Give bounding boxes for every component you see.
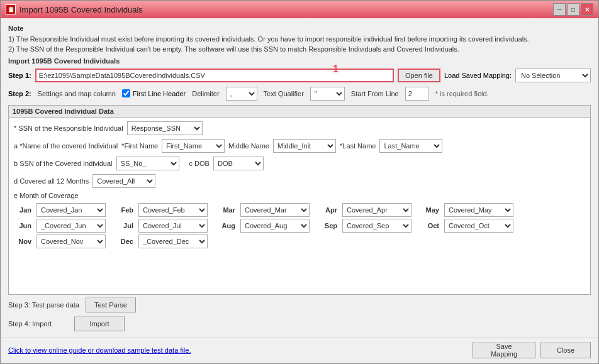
import-section-label: Import 1095B Covered Individuals [8,57,591,65]
ssn-responsible-row: * SSN of the Responsible Individual Resp… [14,121,585,135]
sep-label: Sep [320,222,337,229]
dob-select[interactable]: DOB [213,157,264,170]
month-row-1: Jan Covered_Jan Feb Covered_Feb Mar Cove… [14,203,585,217]
text-qualifier-select[interactable]: " [310,87,345,101]
oct-label: Oct [422,222,439,229]
open-file-button[interactable]: Open file [398,69,440,82]
month-grid: Jan Covered_Jan Feb Covered_Feb Mar Cove… [14,203,585,248]
month-row-2: Jun _Covered_Jun Jul Covered_Jul Aug Cov… [14,219,585,233]
first-line-header-label[interactable]: First Line Header [122,89,186,97]
close-window-button[interactable]: ✕ [581,3,593,16]
month-coverage-label: e Month of Coverage [14,192,79,199]
import-button[interactable]: Import [74,316,125,331]
month-row-3: Nov Covered_Nov Dec _Covered_Dec [14,234,585,248]
first-name-label: *First Name [121,142,158,150]
bottom-bar: Click to view online guide or download s… [1,339,598,363]
name-row: a *Name of the covered Individual *First… [14,139,585,153]
jul-label: Jul [116,222,133,229]
first-line-header-text: First Line Header [133,90,186,97]
delimiter-select[interactable]: , [226,87,257,101]
minimize-button[interactable]: ─ [553,3,566,16]
window-title: Import 1095B Covered Individuals [20,5,143,14]
covered-all-select[interactable]: Covered_All [92,174,155,188]
step4-label: Step 4: Import [8,320,52,328]
mar-select[interactable]: Covered_Mar [240,203,310,217]
step2-label: Step 2: [8,90,31,97]
first-line-header-checkbox[interactable] [122,89,130,97]
step1-number-marker: 1 [333,63,339,75]
oct-select[interactable]: Covered_Oct [444,219,513,233]
note-title: Note [8,23,591,34]
dob-label: c DOB [189,160,210,167]
save-mapping-button[interactable]: Save Mapping [473,342,535,358]
ssn-covered-select[interactable]: SS_No_ [116,157,179,170]
start-from-line-label: Start From Line [351,90,399,97]
nov-select[interactable]: Covered_Nov [36,234,106,248]
ssn-covered-row: b SSN of the Covered Individual SS_No_ c… [14,157,585,170]
data-panel-title: 1095B Covered Individual Data [9,106,590,118]
maximize-button[interactable]: □ [567,3,579,16]
jan-label: Jan [14,206,31,214]
ssn-responsible-select[interactable]: Response_SSN [127,121,203,135]
aug-select[interactable]: Covered_Aug [240,219,310,233]
delimiter-label: Delimiter [192,90,219,97]
may-select[interactable]: Covered_May [444,203,513,217]
bottom-divider [1,338,598,338]
jun-select[interactable]: _Covered_Jun [36,219,106,233]
covered-all-row: d Covered all 12 Months Covered_All [14,174,585,188]
main-content: Note 1) The Responsible Individual must … [1,18,598,336]
apr-label: Apr [320,206,337,214]
apr-select[interactable]: Covered_Apr [342,203,411,217]
note-line-2: 2) The SSN of the Responsible Individual… [8,44,591,55]
month-coverage-label-row: e Month of Coverage [14,192,585,199]
note-line-1: 1) The Responsible Individual must exist… [8,34,591,45]
ssn-responsible-label: * SSN of the Responsible Individual [14,124,123,132]
jul-select[interactable]: Covered_Jul [138,219,208,233]
main-window: 📋 Import 1095B Covered Individuals ─ □ ✕… [0,0,599,364]
online-guide-link[interactable]: Click to view online guide or download s… [8,346,191,354]
bottom-buttons: Save Mapping Close [473,342,591,358]
text-qualifier-label: Text Qualifier [264,90,304,97]
title-bar: 📋 Import 1095B Covered Individuals ─ □ ✕ [1,1,598,18]
dec-label: Dec [116,238,133,245]
feb-label: Feb [116,206,133,214]
data-panel: 1095B Covered Individual Data * SSN of t… [8,105,591,295]
file-path-input[interactable] [35,69,394,82]
feb-select[interactable]: Covered_Feb [138,203,208,217]
aug-label: Aug [218,222,235,229]
nov-label: Nov [14,238,31,245]
data-panel-content: * SSN of the Responsible Individual Resp… [9,118,590,295]
settings-label: Settings and map column [38,90,116,97]
middle-name-select[interactable]: Middle_Init [273,139,336,153]
ssn-covered-label: b SSN of the Covered Individual [14,160,113,167]
step1-row: Step 1: Open file Load Saved Mapping: No… [8,69,591,82]
step2-row: Step 2: Settings and map column First Li… [8,87,591,101]
middle-name-label: Middle Name [228,142,269,150]
test-parse-button[interactable]: Test Parse [86,297,136,312]
covered-name-label: a *Name of the covered Individual [14,142,118,150]
start-from-line-input[interactable] [405,87,429,101]
required-note: * is required field. [435,90,489,97]
step3-area: Step 3: Test parse data Test Parse [8,297,591,312]
last-name-label: *Last Name [340,142,376,150]
may-label: May [422,206,439,214]
window-controls: ─ □ ✕ [553,3,593,16]
step3-label: Step 3: Test parse data [8,301,79,309]
note-section: Note 1) The Responsible Individual must … [8,23,591,55]
dec-select[interactable]: _Covered_Dec [138,234,208,248]
jan-select[interactable]: Covered_Jan [36,203,106,217]
jun-label: Jun [14,222,31,229]
app-icon: 📋 [6,4,16,14]
close-button[interactable]: Close [540,342,591,358]
last-name-select[interactable]: Last_Name [379,139,442,153]
title-bar-left: 📋 Import 1095B Covered Individuals [6,4,143,14]
mar-label: Mar [218,206,235,214]
first-name-select[interactable]: First_Name [162,139,225,153]
step4-area: Step 4: Import Import [8,316,591,331]
step1-label: Step 1: [8,72,31,79]
start-from-line-spinner [405,87,429,101]
load-mapping-select[interactable]: No Selection [515,69,591,82]
covered-all-label: d Covered all 12 Months [14,177,89,185]
load-mapping-label: Load Saved Mapping: [444,72,512,79]
sep-select[interactable]: Covered_Sep [342,219,411,233]
